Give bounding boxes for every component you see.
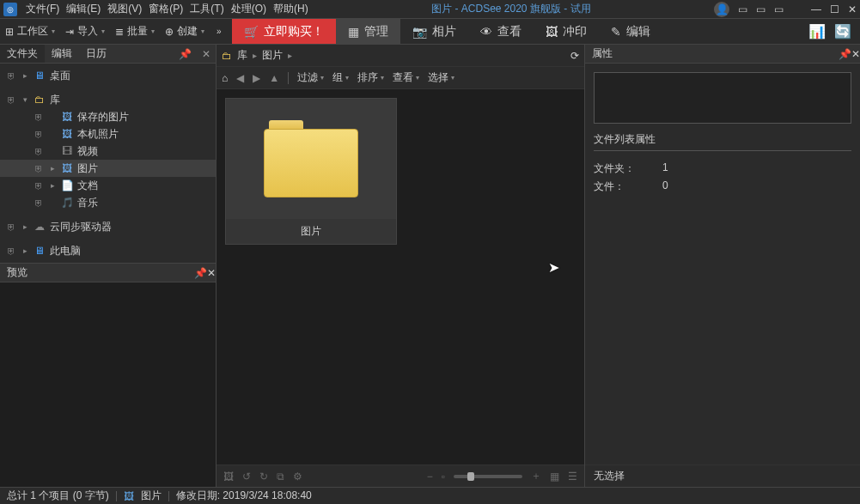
details-icon[interactable]: ☰ <box>568 471 577 483</box>
tab-edit-panel[interactable]: 编辑 <box>45 45 79 63</box>
properties-section-title: 文件列表属性 <box>594 132 851 151</box>
layout3-icon[interactable]: ▭ <box>774 3 784 15</box>
folder-icon <box>226 99 396 219</box>
tree-thispc[interactable]: ⛨▸🖥此电脑 <box>0 242 216 259</box>
import-button[interactable]: ⇥导入▾ <box>60 19 110 44</box>
tab-photos[interactable]: 📷相片 <box>400 19 468 44</box>
no-selection-label: 无选择 <box>594 469 625 483</box>
zoom-small-icon[interactable]: ▫ <box>442 471 445 483</box>
content-footer: 🖼 ↺ ↻ ⧉ ⚙ − ▫ ＋ ▦ ☰ <box>217 465 584 487</box>
menu-window[interactable]: 窗格(P) <box>149 2 183 16</box>
menu-edit[interactable]: 编辑(E) <box>66 2 101 16</box>
left-column: 文件夹 编辑 日历 📌 ✕ ⛨▸🖥桌面 ⛨▾🗀库 ⛨🖼保存的图片 ⛨🖼本机照片 … <box>0 45 217 487</box>
tree-desktop[interactable]: ⛨▸🖥桌面 <box>0 67 216 84</box>
sync-icon[interactable]: 🔄 <box>834 23 851 39</box>
back-icon[interactable]: ◀ <box>236 72 244 84</box>
forward-icon[interactable]: ▶ <box>253 72 260 84</box>
path-bar: 🗀 库 ▸ 图片 ▸ ⟳ <box>217 45 584 67</box>
tab-edit[interactable]: ✎编辑 <box>599 19 662 44</box>
tab-buy[interactable]: 🛒立即购买！ <box>232 19 336 44</box>
group-button[interactable]: 组▾ <box>332 70 349 85</box>
thumbnails-icon[interactable]: ▦ <box>550 471 559 483</box>
status-total: 总计 1 个项目 (0 字节) <box>7 489 109 503</box>
properties-body: 文件列表属性 文件夹： 1 文件： 0 <box>585 64 860 465</box>
home-icon[interactable]: ⌂ <box>222 72 228 84</box>
props-close-icon[interactable]: ✕ <box>851 48 860 60</box>
workspace-button[interactable]: ⊞工作区▾ <box>0 19 60 44</box>
props-pin-icon[interactable]: 📌 <box>839 48 851 60</box>
path-folder-icon: 🗀 <box>222 50 232 62</box>
menu-tool[interactable]: 工具(T) <box>190 2 223 16</box>
zoom-slider[interactable] <box>454 475 522 478</box>
tree-saved-pictures[interactable]: ⛨🖼保存的图片 <box>0 108 216 125</box>
folder-tree: ⛨▸🖥桌面 ⛨▾🗀库 ⛨🖼保存的图片 ⛨🖼本机照片 ⛨🎞视频 ⛨▸🖼图片 ⛨▸📄… <box>0 64 216 263</box>
tree-pictures[interactable]: ⛨▸🖼图片 <box>0 160 216 177</box>
footer-copy-icon[interactable]: ⧉ <box>277 471 284 483</box>
properties-preview <box>594 72 851 124</box>
preview-pin-icon[interactable]: 📌 <box>194 267 207 279</box>
layout1-icon[interactable]: ▭ <box>738 3 747 15</box>
preview-title: 预览 <box>7 265 27 280</box>
minimize-icon[interactable]: — <box>811 3 821 15</box>
window-title: 图片 - ACDSee 2020 旗舰版 - 试用 <box>308 2 714 16</box>
statusbar: 总计 1 个项目 (0 字节) 🖼 图片 修改日期: 2019/3/24 18:… <box>0 487 860 504</box>
tree-music[interactable]: ⛨🎵音乐 <box>0 194 216 211</box>
prop-folders-value: 1 <box>662 161 668 176</box>
tab-manage[interactable]: ▦管理 <box>336 19 400 44</box>
menu-file[interactable]: 文件(F) <box>26 2 59 16</box>
mode-tabs: 🛒立即购买！ ▦管理 📷相片 👁查看 🖼冲印 ✎编辑 <box>232 19 662 44</box>
footer-icon1[interactable]: 🖼 <box>223 471 234 483</box>
preview-close-icon[interactable]: ✕ <box>207 267 216 279</box>
zoom-in-icon[interactable]: ＋ <box>531 469 541 483</box>
prop-row-folders: 文件夹： 1 <box>594 160 851 178</box>
main-area: 文件夹 编辑 日历 📌 ✕ ⛨▸🖥桌面 ⛨▾🗀库 ⛨🖼保存的图片 ⛨🖼本机照片 … <box>0 45 860 487</box>
status-modified: 修改日期: 2019/3/24 18:08:40 <box>176 489 312 503</box>
folder-label: 图片 <box>226 219 396 244</box>
tab-view[interactable]: 👁查看 <box>468 19 534 44</box>
menubar: 文件(F) 编辑(E) 视图(V) 窗格(P) 工具(T) 处理(O) 帮助(H… <box>26 2 308 16</box>
tree-videos[interactable]: ⛨🎞视频 <box>0 143 216 160</box>
folder-item[interactable]: 图片 <box>225 98 397 245</box>
close-icon[interactable]: ✕ <box>848 3 857 15</box>
menu-process[interactable]: 处理(O) <box>231 2 266 16</box>
panel-close-icon[interactable]: ✕ <box>197 48 216 60</box>
properties-title: 属性 <box>592 46 613 61</box>
prop-row-files: 文件： 0 <box>594 178 851 196</box>
layout2-icon[interactable]: ▭ <box>756 3 765 15</box>
preview-body <box>0 282 216 487</box>
footer-rotate-left-icon[interactable]: ↺ <box>242 471 251 483</box>
filter-button[interactable]: 过滤▾ <box>297 70 324 85</box>
tab-develop[interactable]: 🖼冲印 <box>534 19 599 44</box>
pin-icon[interactable]: 📌 <box>174 48 197 60</box>
menu-help[interactable]: 帮助(H) <box>273 2 308 16</box>
folder-panel-tabs: 文件夹 编辑 日历 📌 ✕ <box>0 45 216 64</box>
toolbar-overflow[interactable]: » <box>210 27 229 36</box>
tree-documents[interactable]: ⛨▸📄文档 <box>0 177 216 194</box>
crumb-current[interactable]: 图片 <box>262 48 283 63</box>
footer-rotate-right-icon[interactable]: ↻ <box>259 471 268 483</box>
status-picture-icon: 🖼 <box>124 490 134 502</box>
preview-panel: 预览 📌 ✕ <box>0 263 216 487</box>
select-button[interactable]: 选择▾ <box>428 70 454 85</box>
crumb-root[interactable]: 库 <box>237 48 247 63</box>
menu-view[interactable]: 视图(V) <box>107 2 142 16</box>
viewmode-button[interactable]: 查看▾ <box>393 70 419 85</box>
create-button[interactable]: ⊕创建▾ <box>160 19 210 44</box>
maximize-icon[interactable]: ☐ <box>830 3 839 15</box>
zoom-out-icon[interactable]: − <box>427 471 433 483</box>
tree-library[interactable]: ⛨▾🗀库 <box>0 91 216 108</box>
tree-cloud[interactable]: ⛨▸☁云同步驱动器 <box>0 218 216 235</box>
tab-folders[interactable]: 文件夹 <box>0 45 45 63</box>
file-list[interactable]: 图片 <box>217 89 584 465</box>
up-icon[interactable]: ▲ <box>269 72 279 84</box>
footer-gear-icon[interactable]: ⚙ <box>293 471 302 483</box>
chart-icon[interactable]: 📊 <box>808 23 826 39</box>
batch-button[interactable]: ≣批量▾ <box>110 19 160 44</box>
sort-button[interactable]: 排序▾ <box>357 70 384 85</box>
tab-calendar[interactable]: 日历 <box>79 45 113 63</box>
account-icon[interactable]: 👤 <box>714 2 729 17</box>
titlebar: ◎ 文件(F) 编辑(E) 视图(V) 窗格(P) 工具(T) 处理(O) 帮助… <box>0 0 860 19</box>
refresh-icon[interactable]: ⟳ <box>570 50 579 62</box>
crumb-sep: ▸ <box>253 51 257 60</box>
tree-camera-roll[interactable]: ⛨🖼本机照片 <box>0 125 216 143</box>
